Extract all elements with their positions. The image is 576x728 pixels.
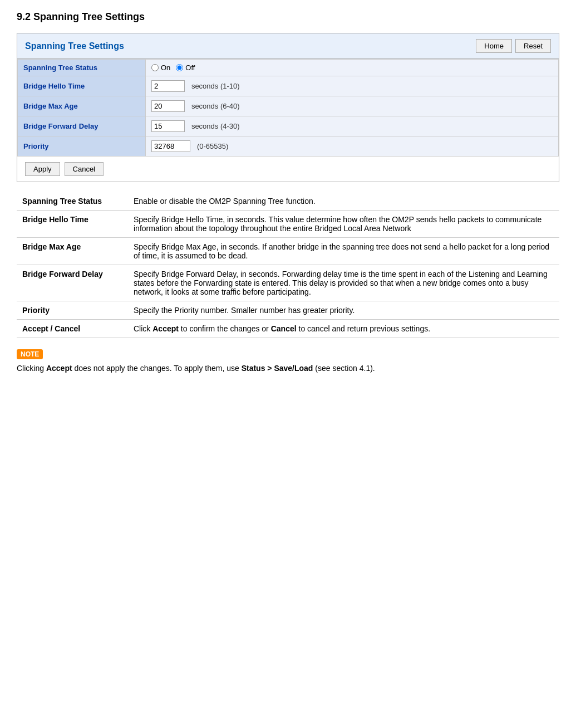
label-spanning-tree-status: Spanning Tree Status bbox=[18, 60, 146, 76]
reset-button[interactable]: Reset bbox=[515, 39, 551, 53]
note-section: NOTE Clicking Accept does not apply the … bbox=[17, 349, 559, 374]
input-bridge-hello-time[interactable] bbox=[151, 80, 185, 92]
value-bridge-forward-delay: seconds (4-30) bbox=[146, 116, 559, 136]
value-bridge-hello-time: seconds (1-10) bbox=[146, 76, 559, 96]
row-bridge-forward-delay: Bridge Forward Delay seconds (4-30) bbox=[18, 116, 559, 136]
spanning-tree-panel: Spanning Tree Settings Home Reset Spanni… bbox=[17, 33, 559, 182]
desc-term-forward-delay: Bridge Forward Delay bbox=[17, 265, 128, 301]
unit-priority: (0-65535) bbox=[197, 142, 228, 150]
panel-header: Spanning Tree Settings Home Reset bbox=[17, 33, 559, 59]
desc-row-accept-cancel: Accept / Cancel Click Accept to confirm … bbox=[17, 320, 559, 338]
panel-button-group: Home Reset bbox=[476, 39, 551, 53]
radio-on-text: On bbox=[161, 63, 170, 72]
input-bridge-forward-delay[interactable] bbox=[151, 120, 185, 132]
desc-row-priority: Priority Specify the Priority number. Sm… bbox=[17, 301, 559, 320]
apply-button[interactable]: Apply bbox=[25, 162, 60, 176]
desc-text-stp-status: Enable or disable the OM2P Spanning Tree… bbox=[128, 192, 559, 211]
label-bridge-forward-delay: Bridge Forward Delay bbox=[18, 116, 146, 136]
desc-term-stp-status: Spanning Tree Status bbox=[17, 192, 128, 211]
desc-term-accept-cancel: Accept / Cancel bbox=[17, 320, 128, 338]
desc-term-priority: Priority bbox=[17, 301, 128, 320]
radio-off-text: Off bbox=[185, 63, 195, 72]
desc-text-max-age: Specify Bridge Max Age, in seconds. If a… bbox=[128, 238, 559, 265]
label-bridge-max-age: Bridge Max Age bbox=[18, 96, 146, 116]
desc-term-max-age: Bridge Max Age bbox=[17, 238, 128, 265]
home-button[interactable]: Home bbox=[476, 39, 512, 53]
panel-title: Spanning Tree Settings bbox=[25, 41, 124, 51]
desc-text-forward-delay: Specify Bridge Forward Delay, in seconds… bbox=[128, 265, 559, 301]
action-row: Apply Cancel bbox=[17, 157, 559, 182]
input-priority[interactable] bbox=[151, 140, 190, 152]
radio-off-label[interactable]: Off bbox=[176, 63, 195, 72]
row-spanning-tree-status: Spanning Tree Status On Off bbox=[18, 60, 559, 76]
row-priority: Priority (0-65535) bbox=[18, 136, 559, 157]
desc-row-forward-delay: Bridge Forward Delay Specify Bridge Forw… bbox=[17, 265, 559, 301]
desc-text-priority: Specify the Priority number. Smaller num… bbox=[128, 301, 559, 320]
input-bridge-max-age[interactable] bbox=[151, 100, 185, 112]
desc-row-max-age: Bridge Max Age Specify Bridge Max Age, i… bbox=[17, 238, 559, 265]
settings-table: Spanning Tree Status On Off bbox=[17, 59, 559, 157]
row-bridge-max-age: Bridge Max Age seconds (6-40) bbox=[18, 96, 559, 116]
note-badge: NOTE bbox=[17, 349, 43, 359]
row-bridge-hello-time: Bridge Hello Time seconds (1-10) bbox=[18, 76, 559, 96]
value-priority: (0-65535) bbox=[146, 136, 559, 157]
description-table: Spanning Tree Status Enable or disable t… bbox=[17, 192, 559, 338]
desc-row-hello-time: Bridge Hello Time Specify Bridge Hello T… bbox=[17, 211, 559, 238]
unit-bridge-hello-time: seconds (1-10) bbox=[191, 82, 240, 90]
unit-bridge-forward-delay: seconds (4-30) bbox=[191, 122, 240, 130]
label-priority: Priority bbox=[18, 136, 146, 157]
desc-text-hello-time: Specify Bridge Hello Time, in seconds. T… bbox=[128, 211, 559, 238]
radio-on-label[interactable]: On bbox=[151, 63, 170, 72]
note-text: Clicking Accept does not apply the chang… bbox=[17, 363, 559, 374]
desc-text-accept-cancel: Click Accept to confirm the changes or C… bbox=[128, 320, 559, 338]
unit-bridge-max-age: seconds (6-40) bbox=[191, 102, 240, 110]
label-bridge-hello-time: Bridge Hello Time bbox=[18, 76, 146, 96]
value-bridge-max-age: seconds (6-40) bbox=[146, 96, 559, 116]
radio-off[interactable] bbox=[176, 64, 183, 71]
desc-row-stp-status: Spanning Tree Status Enable or disable t… bbox=[17, 192, 559, 211]
value-spanning-tree-status: On Off bbox=[146, 60, 559, 76]
cancel-button[interactable]: Cancel bbox=[65, 162, 104, 176]
radio-on[interactable] bbox=[151, 64, 159, 71]
page-title: 9.2 Spanning Tree Settings bbox=[17, 11, 559, 23]
desc-term-hello-time: Bridge Hello Time bbox=[17, 211, 128, 238]
radio-group-status: On Off bbox=[151, 63, 553, 72]
